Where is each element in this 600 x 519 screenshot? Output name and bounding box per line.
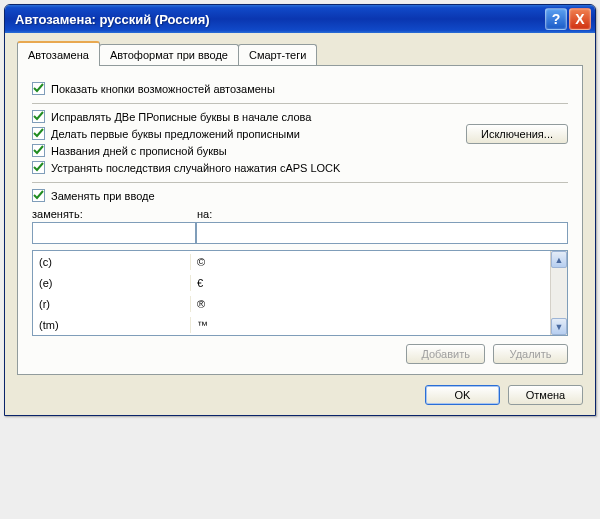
input-row: [32, 222, 568, 244]
tab-label: Автозамена: [28, 49, 89, 61]
columns-header: заменять: на:: [32, 208, 568, 220]
check-icon: [33, 145, 44, 156]
tab-panel: Показать кнопки возможностей автозамены …: [17, 65, 583, 375]
exceptions-button[interactable]: Исключения...: [466, 124, 568, 144]
option-two-caps-row: Исправлять ДВе ПРописные буквы в начале …: [32, 110, 568, 123]
list-to: ©: [191, 254, 550, 270]
list-item[interactable]: (r) ®: [33, 293, 550, 314]
option-label: Показать кнопки возможностей автозамены: [51, 83, 275, 95]
help-button[interactable]: ?: [545, 8, 567, 30]
with-input[interactable]: [196, 222, 568, 244]
check-icon: [33, 83, 44, 94]
divider: [32, 182, 568, 183]
list-from: (e): [33, 275, 191, 291]
list-from: (tm): [33, 317, 191, 333]
check-icon: [33, 190, 44, 201]
delete-button[interactable]: Удалить: [493, 344, 568, 364]
tab-label: Автоформат при вводе: [110, 49, 228, 61]
scroll-down-button[interactable]: ▼: [551, 318, 567, 335]
replacements-list: (c) © (e) € (r) ® (tm) ™: [32, 250, 568, 336]
check-icon: [33, 111, 44, 122]
option-label: Исправлять ДВе ПРописные буквы в начале …: [51, 111, 311, 123]
window-title: Автозамена: русский (Россия): [15, 12, 543, 27]
divider: [32, 103, 568, 104]
scroll-track[interactable]: [551, 268, 567, 318]
titlebar[interactable]: Автозамена: русский (Россия) ? X: [5, 5, 595, 33]
list-buttons: Добавить Удалить: [32, 344, 568, 364]
list-to: €: [191, 275, 550, 291]
chevron-down-icon: ▼: [555, 322, 564, 332]
option-show-buttons-row: Показать кнопки возможностей автозамены: [32, 82, 568, 95]
checkbox-replace-on-type[interactable]: [32, 189, 45, 202]
option-label: Заменять при вводе: [51, 190, 155, 202]
scroll-up-button[interactable]: ▲: [551, 251, 567, 268]
list-body[interactable]: (c) © (e) € (r) ® (tm) ™: [33, 251, 550, 335]
chevron-up-icon: ▲: [555, 255, 564, 265]
client-area: Автозамена Автоформат при вводе Смарт-те…: [5, 33, 595, 415]
tabs-strip: Автозамена Автоформат при вводе Смарт-те…: [17, 41, 583, 65]
scrollbar[interactable]: ▲ ▼: [550, 251, 567, 335]
close-button[interactable]: X: [569, 8, 591, 30]
list-to: ™: [191, 317, 550, 333]
autocorrect-dialog: Автозамена: русский (Россия) ? X Автозам…: [4, 4, 596, 416]
check-icon: [33, 162, 44, 173]
list-to: ®: [191, 296, 550, 312]
list-item[interactable]: (c) ©: [33, 251, 550, 272]
tab-label: Смарт-теги: [249, 49, 306, 61]
list-item[interactable]: (e) €: [33, 272, 550, 293]
help-icon: ?: [552, 11, 561, 27]
list-from: (r): [33, 296, 191, 312]
checkbox-caps-lock[interactable]: [32, 161, 45, 174]
column-with-label: на:: [197, 208, 568, 220]
checkbox-two-caps[interactable]: [32, 110, 45, 123]
option-replace-on-type-row: Заменять при вводе: [32, 189, 568, 202]
replace-input[interactable]: [32, 222, 196, 244]
option-label: Устранять последствия случайного нажатия…: [51, 162, 340, 174]
tab-autoformat[interactable]: Автоформат при вводе: [99, 44, 239, 65]
check-icon: [33, 128, 44, 139]
list-from: (c): [33, 254, 191, 270]
option-day-caps-row: Названия дней с прописной буквы: [32, 144, 568, 157]
checkbox-show-buttons[interactable]: [32, 82, 45, 95]
column-replace-label: заменять:: [32, 208, 197, 220]
checkbox-sentence-caps[interactable]: [32, 127, 45, 140]
option-label: Делать первые буквы предложений прописны…: [51, 128, 300, 140]
cancel-button[interactable]: Отмена: [508, 385, 583, 405]
close-icon: X: [575, 11, 584, 27]
dialog-buttons: OK Отмена: [17, 385, 583, 405]
option-caps-lock-row: Устранять последствия случайного нажатия…: [32, 161, 568, 174]
option-label: Названия дней с прописной буквы: [51, 145, 227, 157]
tab-smarttags[interactable]: Смарт-теги: [238, 44, 317, 65]
checkbox-day-caps[interactable]: [32, 144, 45, 157]
list-item[interactable]: (tm) ™: [33, 314, 550, 335]
ok-button[interactable]: OK: [425, 385, 500, 405]
tab-autocorrect[interactable]: Автозамена: [17, 41, 100, 66]
add-button[interactable]: Добавить: [406, 344, 485, 364]
